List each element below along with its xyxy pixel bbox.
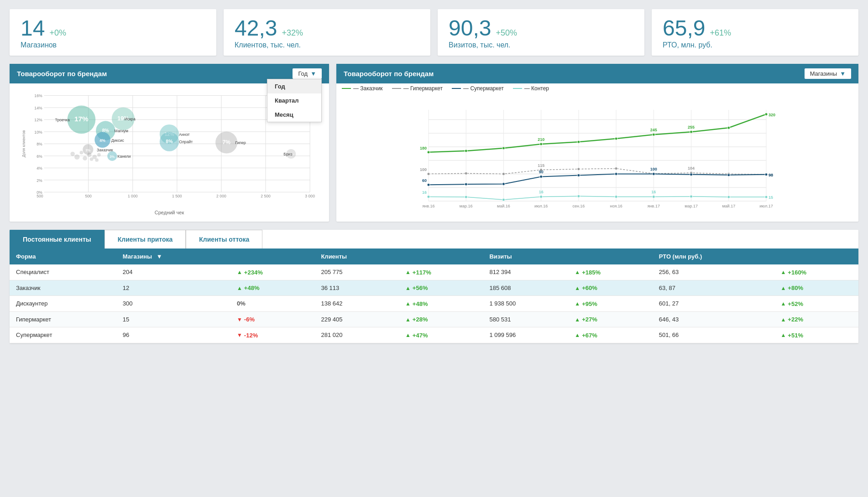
table-row: Супермаркет 96 ▼-12% 281 020 ▲+47% 1 099… (10, 327, 858, 343)
rto-change-value: +52% (788, 300, 803, 307)
table-row: Специалист 204 ▲+234% 205 775 ▲+117% 812… (10, 264, 858, 280)
trend-up-icon: ▲ (575, 332, 580, 338)
svg-text:15: 15 (769, 195, 773, 200)
cell-clients-change: ▲+48% (399, 296, 483, 312)
trend-up-icon: ▲ (575, 285, 580, 291)
svg-text:Олрайт: Олрайт (179, 140, 193, 144)
bubble-menu-item-quarter[interactable]: Квартал (267, 93, 321, 108)
bubble-menu-item-year[interactable]: Год (267, 79, 321, 93)
svg-text:мар.17: мар.17 (685, 204, 698, 208)
svg-point-129 (690, 173, 693, 176)
svg-point-130 (727, 174, 730, 176)
trend-up-icon: ▲ (780, 269, 786, 275)
cell-rto-change: ▲+80% (774, 280, 858, 296)
cell-clients: 205 775 (314, 264, 399, 280)
svg-point-135 (465, 196, 467, 198)
svg-text:17%: 17% (74, 115, 89, 123)
svg-text:Аннэт: Аннэт (179, 132, 190, 137)
bubble-chart-card: Товарооборот по брендам Год ▼ Год Кварта… (10, 64, 329, 222)
svg-text:16: 16 (422, 190, 427, 195)
trend-up-icon: ▲ (575, 269, 580, 275)
cell-stores: 96 (116, 327, 230, 343)
svg-point-131 (765, 173, 768, 176)
data-table: Форма Магазины ▼ Клиенты Визиты РТО (млн… (10, 248, 858, 343)
kpi-change-0: +0% (49, 28, 66, 38)
col-stores-change (230, 248, 314, 264)
kpi-row: 14 +0% Магазинов 42,3 +32% Клиентов, тыс… (10, 9, 858, 56)
cell-visits-change: ▲+60% (568, 280, 652, 296)
col-form: Форма (10, 248, 116, 264)
svg-text:июл.17: июл.17 (759, 204, 773, 208)
bubble-menu-item-month[interactable]: Месяц (267, 108, 321, 122)
svg-text:Доля клиентов: Доля клиентов (21, 130, 26, 157)
cell-form: Дискаунтер (10, 296, 116, 312)
trend-up-icon: ▲ (780, 285, 786, 291)
svg-point-139 (615, 195, 617, 198)
svg-text:4%: 4% (37, 166, 42, 171)
trend-up-icon: ▲ (780, 316, 786, 323)
cell-rto-change: ▲+52% (774, 296, 858, 312)
svg-text:Заказчик: Заказчик (97, 148, 113, 152)
table-header-row: Форма Магазины ▼ Клиенты Визиты РТО (млн… (10, 248, 858, 264)
table-row: Гипермаркет 15 ▼-6% 229 405 ▲+28% 580 53… (10, 311, 858, 327)
svg-text:100: 100 (650, 167, 657, 171)
kpi-change-2: +50% (496, 28, 517, 38)
line-dropdown-button[interactable]: Магазины ▼ (805, 68, 851, 79)
svg-text:Магнум: Магнум (115, 129, 128, 133)
table-tab-2[interactable]: Клиенты оттока (186, 230, 262, 248)
cell-visits-change: ▲+95% (568, 296, 652, 312)
clients-change-value: +28% (413, 316, 428, 323)
trend-up-icon: ▲ (405, 316, 411, 323)
trend-up-icon: ▲ (575, 300, 580, 307)
svg-text:16%: 16% (34, 93, 42, 98)
svg-text:100: 100 (420, 167, 427, 172)
svg-text:500: 500 (37, 194, 43, 198)
table-head: Форма Магазины ▼ Клиенты Визиты РТО (млн… (10, 248, 858, 264)
legend-label-supermkt: — Супермаркет (463, 85, 504, 92)
cell-rto: 601, 27 (653, 296, 774, 312)
line-chart-dropdown[interactable]: Магазины ▼ Магазины Клиенты Визиты (805, 68, 851, 79)
kpi-label-1: Клиентов, тыс. чел. (235, 41, 419, 49)
table-body: Специалист 204 ▲+234% 205 775 ▲+117% 812… (10, 264, 858, 343)
col-clients-change (399, 248, 483, 264)
svg-point-140 (652, 195, 655, 198)
col-rto-change (774, 248, 858, 264)
cell-visits: 185 608 (483, 280, 568, 296)
line-chart-card: Товарооборот по брендам Магазины ▼ Магаз… (336, 64, 858, 222)
svg-text:Диксис: Диксис (111, 138, 125, 143)
svg-text:16: 16 (651, 190, 656, 194)
table-tab-0[interactable]: Постоянные клиенты (10, 230, 105, 248)
svg-text:1 000: 1 000 (128, 194, 138, 198)
line-chart-header: Товарооборот по брендам Магазины ▼ Магаз… (336, 64, 858, 83)
svg-point-98 (427, 151, 430, 154)
svg-text:320: 320 (769, 113, 775, 117)
cell-visits: 580 531 (483, 311, 568, 327)
cell-visits: 1 099 596 (483, 327, 568, 343)
svg-point-40 (95, 158, 99, 162)
svg-text:ноя.16: ноя.16 (610, 204, 622, 208)
svg-text:май.16: май.16 (497, 204, 510, 208)
cell-stores-change: ▲+48% (230, 280, 314, 296)
visits-change-value: +67% (582, 332, 597, 339)
line-dropdown-label: Магазины (810, 70, 837, 77)
cell-clients-change: ▲+117% (399, 264, 483, 280)
sort-icon-stores[interactable]: ▼ (157, 253, 162, 260)
table-tab-1[interactable]: Клиенты притока (105, 230, 186, 248)
cell-visits: 1 938 500 (483, 296, 568, 312)
visits-change-value: +27% (582, 316, 597, 323)
svg-point-33 (83, 156, 87, 160)
trend-up-icon: ▲ (405, 332, 411, 338)
bubble-chart-dropdown[interactable]: Год ▼ Год Квартал Месяц (293, 68, 322, 79)
dashboard: 14 +0% Магазинов 42,3 +32% Клиентов, тыс… (10, 9, 858, 343)
svg-text:2%: 2% (37, 178, 42, 183)
clients-change-value: +56% (413, 285, 428, 291)
bubble-dropdown-button[interactable]: Год ▼ (293, 68, 322, 79)
visits-change-value: +95% (582, 300, 597, 307)
svg-text:3%: 3% (110, 155, 115, 159)
cell-stores-change: ▼-6% (230, 311, 314, 327)
svg-point-35 (80, 151, 84, 155)
legend-label-zakazchik: — Заказчик (353, 85, 383, 92)
svg-point-141 (690, 195, 693, 198)
trend-up-icon: ▲ (780, 332, 786, 338)
kpi-label-3: РТО, млн. руб. (663, 41, 847, 49)
